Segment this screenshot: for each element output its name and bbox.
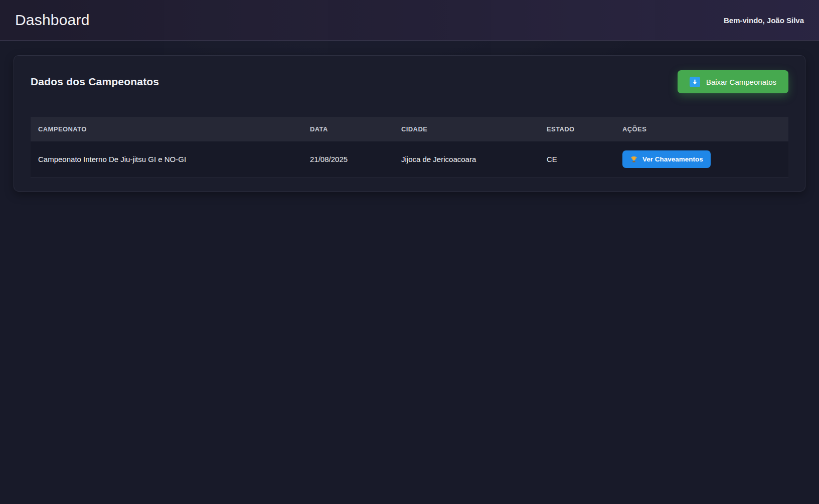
app-header: Dashboard Bem-vindo, João Silva — [0, 0, 819, 41]
cell-cidade: Jijoca de Jericoacoara — [394, 141, 539, 178]
table-row: Campeonato Interno De Jiu-jitsu GI e NO-… — [31, 141, 788, 178]
column-header-campeonato: CAMPEONATO — [31, 117, 302, 141]
view-brackets-label: Ver Chaveamentos — [642, 155, 703, 163]
table-wrapper: CAMPEONATO DATA CIDADE ESTADO AÇÕES Camp… — [31, 117, 788, 178]
table-header-row: CAMPEONATO DATA CIDADE ESTADO AÇÕES — [31, 117, 788, 141]
column-header-acoes: AÇÕES — [615, 117, 788, 141]
welcome-text: Bem-vindo, João Silva — [724, 16, 804, 25]
page-title: Dashboard — [15, 12, 90, 29]
cell-acoes: Ver Chaveamentos — [615, 141, 788, 178]
download-championships-button[interactable]: Baixar Campeonatos — [678, 70, 788, 93]
column-header-estado: ESTADO — [539, 117, 615, 141]
cell-campeonato: Campeonato Interno De Jiu-jitsu GI e NO-… — [31, 141, 302, 178]
download-arrow-icon — [690, 77, 700, 87]
cell-estado: CE — [539, 141, 615, 178]
column-header-data: DATA — [302, 117, 394, 141]
cell-data: 21/08/2025 — [302, 141, 394, 178]
main-content: Dados dos Campeonatos Baixar Campeonatos — [0, 41, 819, 192]
card-title: Dados dos Campeonatos — [31, 76, 159, 88]
trophy-icon — [630, 155, 638, 163]
championships-card: Dados dos Campeonatos Baixar Campeonatos — [14, 55, 805, 192]
download-button-label: Baixar Campeonatos — [706, 78, 776, 86]
view-brackets-button[interactable]: Ver Chaveamentos — [622, 150, 711, 168]
championships-table: CAMPEONATO DATA CIDADE ESTADO AÇÕES Camp… — [31, 117, 788, 178]
column-header-cidade: CIDADE — [394, 117, 539, 141]
card-header: Dados dos Campeonatos Baixar Campeonatos — [31, 70, 788, 93]
